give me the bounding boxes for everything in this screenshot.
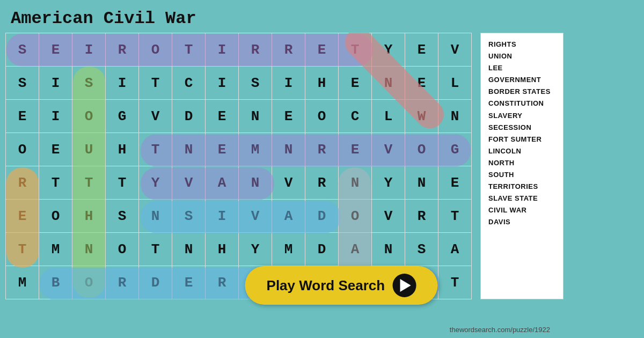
grid-cell[interactable]: N xyxy=(438,100,472,133)
grid-cell[interactable]: E xyxy=(39,133,72,166)
grid-cell[interactable]: N xyxy=(239,100,272,133)
grid-cell[interactable]: T xyxy=(139,67,172,100)
grid-cell[interactable]: V xyxy=(172,166,206,200)
grid-cell[interactable]: V xyxy=(239,200,272,233)
grid-cell[interactable]: I xyxy=(106,67,139,100)
grid-cell[interactable]: H xyxy=(72,200,106,233)
grid-cell[interactable]: N xyxy=(372,67,405,100)
grid-cell[interactable]: L xyxy=(438,67,472,100)
grid-cell[interactable]: E xyxy=(6,200,39,233)
grid-cell[interactable]: Y xyxy=(239,233,272,266)
grid-cell[interactable]: O xyxy=(339,200,372,233)
grid-cell[interactable]: Y xyxy=(139,166,172,200)
grid-cell[interactable]: I xyxy=(206,67,239,100)
grid-cell[interactable]: N xyxy=(239,166,272,200)
grid-cell[interactable]: C xyxy=(339,100,372,133)
grid-cell[interactable]: S xyxy=(239,67,272,100)
grid-cell[interactable]: B xyxy=(39,266,72,299)
grid-cell[interactable]: S xyxy=(6,33,39,67)
grid-cell[interactable]: R xyxy=(106,266,139,299)
grid-cell[interactable]: M xyxy=(39,233,72,266)
grid-cell[interactable]: H xyxy=(206,233,239,266)
grid-cell[interactable]: O xyxy=(39,200,72,233)
grid-cell[interactable]: D xyxy=(139,266,172,299)
grid-cell[interactable]: E xyxy=(206,133,239,166)
grid-cell[interactable]: S xyxy=(172,200,206,233)
grid-cell[interactable]: O xyxy=(139,33,172,67)
grid-cell[interactable]: E xyxy=(6,100,39,133)
grid-cell[interactable]: N xyxy=(72,233,106,266)
grid-cell[interactable]: R xyxy=(305,133,339,166)
grid-cell[interactable]: I xyxy=(39,100,72,133)
grid-cell[interactable]: G xyxy=(438,133,472,166)
grid-cell[interactable]: T xyxy=(339,33,372,67)
grid-cell[interactable]: V xyxy=(272,166,305,200)
grid-cell[interactable]: V xyxy=(372,200,405,233)
grid-cell[interactable]: T xyxy=(139,233,172,266)
grid-cell[interactable]: N xyxy=(405,166,438,200)
grid-cell[interactable]: E xyxy=(305,33,339,67)
grid-cell[interactable]: V xyxy=(438,33,472,67)
grid-cell[interactable]: O xyxy=(6,133,39,166)
grid-cell[interactable]: T xyxy=(72,166,106,200)
grid-cell[interactable]: I xyxy=(39,67,72,100)
play-button[interactable]: Play Word Search xyxy=(245,266,438,305)
word-search-grid[interactable]: SEIROTIRRETYEVSISITCISIHENELEIOGVDENEOCL… xyxy=(5,33,472,299)
grid-cell[interactable]: W xyxy=(405,100,438,133)
grid-cell[interactable]: Y xyxy=(372,33,405,67)
grid-cell[interactable]: A xyxy=(438,233,472,266)
grid-cell[interactable]: E xyxy=(272,100,305,133)
grid-cell[interactable]: E xyxy=(206,100,239,133)
grid-cell[interactable]: L xyxy=(372,100,405,133)
grid-cell[interactable]: U xyxy=(72,133,106,166)
grid-cell[interactable]: E xyxy=(39,33,72,67)
grid-cell[interactable]: I xyxy=(206,33,239,67)
grid-cell[interactable]: E xyxy=(405,33,438,67)
grid-cell[interactable]: S xyxy=(106,200,139,233)
grid-cell[interactable]: T xyxy=(39,166,72,200)
grid-cell[interactable]: O xyxy=(72,100,106,133)
grid-cell[interactable]: R xyxy=(272,33,305,67)
grid-cell[interactable]: R xyxy=(6,166,39,200)
grid-cell[interactable]: O xyxy=(405,133,438,166)
grid-cell[interactable]: E xyxy=(172,266,206,299)
grid-cell[interactable]: T xyxy=(438,266,472,299)
grid-cell[interactable]: M xyxy=(272,233,305,266)
grid-cell[interactable]: E xyxy=(339,67,372,100)
grid-cell[interactable]: N xyxy=(272,133,305,166)
grid-cell[interactable]: S xyxy=(6,67,39,100)
grid-cell[interactable]: N xyxy=(372,233,405,266)
grid-cell[interactable]: I xyxy=(206,200,239,233)
grid-cell[interactable]: N xyxy=(139,200,172,233)
grid-cell[interactable]: E xyxy=(405,67,438,100)
grid-cell[interactable]: G xyxy=(106,100,139,133)
grid-cell[interactable]: R xyxy=(305,166,339,200)
grid-cell[interactable]: N xyxy=(339,166,372,200)
grid-cell[interactable]: A xyxy=(339,233,372,266)
grid-cell[interactable]: S xyxy=(72,67,106,100)
grid-cell[interactable]: C xyxy=(172,67,206,100)
grid-cell[interactable]: A xyxy=(206,166,239,200)
grid-cell[interactable]: O xyxy=(305,100,339,133)
grid-cell[interactable]: I xyxy=(272,67,305,100)
grid-cell[interactable]: I xyxy=(72,33,106,67)
grid-cell[interactable]: T xyxy=(139,133,172,166)
grid-cell[interactable]: D xyxy=(305,233,339,266)
grid-cell[interactable]: T xyxy=(106,166,139,200)
grid-cell[interactable]: R xyxy=(206,266,239,299)
grid-cell[interactable]: R xyxy=(106,33,139,67)
grid-cell[interactable]: R xyxy=(405,200,438,233)
grid-cell[interactable]: D xyxy=(172,100,206,133)
grid-cell[interactable]: T xyxy=(172,33,206,67)
grid-cell[interactable]: N xyxy=(172,233,206,266)
grid-cell[interactable]: H xyxy=(106,133,139,166)
grid-cell[interactable]: H xyxy=(305,67,339,100)
grid-cell[interactable]: S xyxy=(405,233,438,266)
grid-cell[interactable]: N xyxy=(172,133,206,166)
grid-cell[interactable]: Y xyxy=(372,166,405,200)
grid-cell[interactable]: V xyxy=(139,100,172,133)
grid-cell[interactable]: O xyxy=(106,233,139,266)
grid-cell[interactable]: M xyxy=(239,133,272,166)
grid-cell[interactable]: A xyxy=(272,200,305,233)
grid-cell[interactable]: M xyxy=(6,266,39,299)
